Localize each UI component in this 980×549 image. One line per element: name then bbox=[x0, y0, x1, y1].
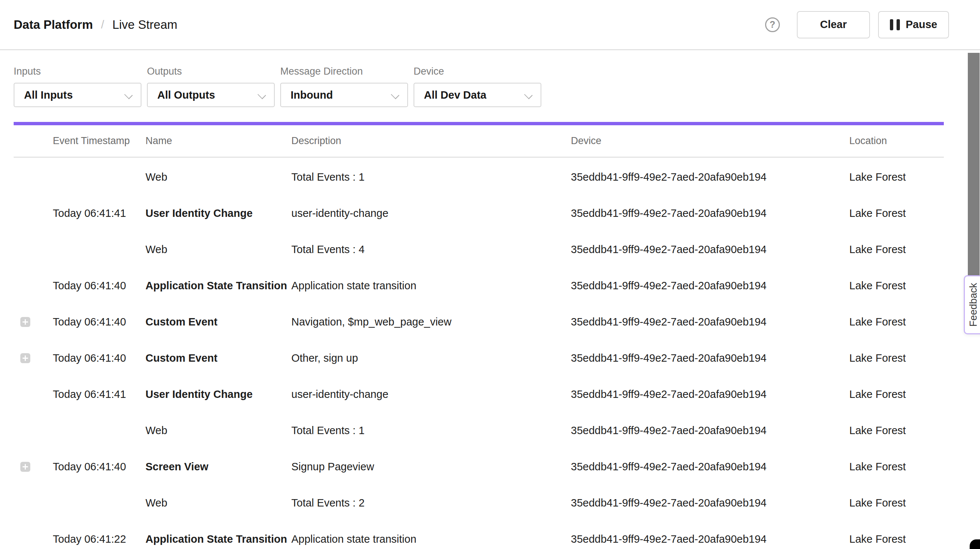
expand-cell bbox=[20, 412, 43, 448]
chevron-down-icon bbox=[125, 92, 132, 98]
expand-cell bbox=[20, 195, 43, 231]
event-location-cell: Lake Forest bbox=[849, 340, 942, 376]
table-row[interactable]: Today 06:41:40 Custom Event Other, sign … bbox=[0, 340, 944, 376]
event-location-cell: Lake Forest bbox=[849, 412, 942, 448]
event-device-cell: 35eddb41-9ff9-49e2-7aed-20afa90eb194 bbox=[571, 159, 846, 195]
help-icon[interactable]: ? bbox=[765, 18, 780, 32]
breadcrumb-section[interactable]: Data Platform bbox=[14, 18, 93, 32]
event-name-cell: User Identity Change bbox=[145, 195, 288, 231]
expand-cell bbox=[20, 304, 43, 340]
event-description-cell: user-identity-change bbox=[291, 376, 566, 412]
clear-button[interactable]: Clear bbox=[797, 11, 870, 38]
event-name-cell: Web bbox=[145, 412, 288, 448]
table-row[interactable]: Today 06:41:40 Application State Transit… bbox=[0, 268, 944, 304]
column-header-name: Name bbox=[145, 125, 172, 156]
event-name-cell: Screen View bbox=[145, 448, 288, 485]
event-device-cell: 35eddb41-9ff9-49e2-7aed-20afa90eb194 bbox=[571, 412, 846, 448]
page-title: Live Stream bbox=[112, 18, 177, 32]
event-description-cell: Total Events : 4 bbox=[291, 231, 566, 268]
vertical-scrollbar-thumb[interactable] bbox=[968, 53, 980, 279]
event-device-cell: 35eddb41-9ff9-49e2-7aed-20afa90eb194 bbox=[571, 268, 846, 304]
filter-message-direction: Message Direction Inbound bbox=[280, 66, 408, 107]
pause-button-label: Pause bbox=[906, 19, 937, 31]
event-name-cell: Web bbox=[145, 485, 288, 521]
event-device-cell: 35eddb41-9ff9-49e2-7aed-20afa90eb194 bbox=[571, 304, 846, 340]
table-row[interactable]: Today 06:41:40 Screen View Signup Pagevi… bbox=[0, 448, 944, 485]
live-stream-page: Data Platform / Live Stream ? Clear Paus… bbox=[0, 0, 980, 549]
expand-cell bbox=[20, 340, 43, 376]
event-device-cell: 35eddb41-9ff9-49e2-7aed-20afa90eb194 bbox=[571, 448, 846, 485]
event-description-cell: Application state transition bbox=[291, 268, 566, 304]
expand-cell bbox=[20, 485, 43, 521]
table-row[interactable]: Web Total Events : 4 35eddb41-9ff9-49e2-… bbox=[0, 231, 944, 268]
table-row[interactable]: Web Total Events : 2 35eddb41-9ff9-49e2-… bbox=[0, 485, 944, 521]
column-header-device: Device bbox=[571, 125, 601, 156]
event-name-cell: Application State Transition bbox=[145, 521, 288, 549]
pause-button[interactable]: Pause bbox=[878, 11, 949, 38]
event-description-cell: Navigation, $mp_web_page_view bbox=[291, 304, 566, 340]
filter-outputs-label: Outputs bbox=[147, 66, 275, 77]
expand-row-button[interactable] bbox=[20, 317, 30, 327]
event-location-cell: Lake Forest bbox=[849, 231, 942, 268]
chevron-down-icon bbox=[525, 92, 532, 98]
event-location-cell: Lake Forest bbox=[849, 521, 942, 549]
expand-cell bbox=[20, 231, 43, 268]
event-timestamp-cell: Today 06:41:41 bbox=[53, 376, 142, 412]
event-name-cell: Application State Transition bbox=[145, 268, 288, 304]
expand-cell bbox=[20, 448, 43, 485]
table-row[interactable]: Web Total Events : 1 35eddb41-9ff9-49e2-… bbox=[0, 412, 944, 448]
chevron-down-icon bbox=[258, 92, 265, 98]
event-timestamp-cell: Today 06:41:40 bbox=[53, 304, 142, 340]
top-bar: Data Platform / Live Stream ? Clear Paus… bbox=[0, 0, 980, 50]
table-row[interactable]: Today 06:41:41 User Identity Change user… bbox=[0, 376, 944, 412]
filter-inputs: Inputs All Inputs bbox=[14, 66, 142, 107]
filter-message-direction-label: Message Direction bbox=[280, 66, 408, 77]
table-row[interactable]: Today 06:41:41 User Identity Change user… bbox=[0, 195, 944, 231]
filter-message-direction-select[interactable]: Inbound bbox=[280, 83, 408, 107]
filter-inputs-label: Inputs bbox=[14, 66, 142, 77]
event-device-cell: 35eddb41-9ff9-49e2-7aed-20afa90eb194 bbox=[571, 376, 846, 412]
expand-row-button[interactable] bbox=[20, 462, 30, 472]
event-location-cell: Lake Forest bbox=[849, 268, 942, 304]
event-timestamp-cell bbox=[53, 485, 142, 521]
event-device-cell: 35eddb41-9ff9-49e2-7aed-20afa90eb194 bbox=[571, 195, 846, 231]
pause-icon bbox=[890, 19, 900, 30]
event-description-cell: Signup Pageview bbox=[291, 448, 566, 485]
filter-device-value: All Dev Data bbox=[424, 89, 486, 101]
filter-inputs-select[interactable]: All Inputs bbox=[14, 83, 142, 107]
filter-outputs-select[interactable]: All Outputs bbox=[147, 83, 275, 107]
table-row[interactable]: Today 06:41:40 Custom Event Navigation, … bbox=[0, 304, 944, 340]
topbar-actions: ? Clear Pause bbox=[765, 0, 949, 49]
filter-outputs-value: All Outputs bbox=[157, 89, 215, 101]
event-location-cell: Lake Forest bbox=[849, 376, 942, 412]
event-timestamp-cell: Today 06:41:41 bbox=[53, 195, 142, 231]
clear-button-label: Clear bbox=[820, 19, 847, 31]
expand-cell bbox=[20, 521, 43, 549]
breadcrumb-separator: / bbox=[101, 18, 105, 31]
filter-device: Device All Dev Data bbox=[414, 66, 541, 107]
expand-row-button[interactable] bbox=[20, 353, 30, 363]
filter-inputs-value: All Inputs bbox=[24, 89, 73, 101]
column-header-event-timestamp: Event Timestamp bbox=[53, 125, 130, 156]
event-description-cell: Total Events : 2 bbox=[291, 485, 566, 521]
expand-cell bbox=[20, 159, 43, 195]
filter-message-direction-value: Inbound bbox=[291, 89, 333, 101]
event-location-cell: Lake Forest bbox=[849, 304, 942, 340]
table-header: Event Timestamp Name Description Device … bbox=[14, 125, 944, 158]
event-device-cell: 35eddb41-9ff9-49e2-7aed-20afa90eb194 bbox=[571, 231, 846, 268]
breadcrumb: Data Platform / Live Stream bbox=[14, 0, 177, 49]
chevron-down-icon bbox=[392, 92, 398, 98]
event-description-cell: Total Events : 1 bbox=[291, 412, 566, 448]
event-timestamp-cell bbox=[53, 412, 142, 448]
filter-device-select[interactable]: All Dev Data bbox=[414, 83, 541, 107]
feedback-tab[interactable]: Feedback bbox=[964, 275, 980, 334]
filter-device-label: Device bbox=[414, 66, 541, 77]
table-row[interactable]: Today 06:41:22 Application State Transit… bbox=[0, 521, 944, 549]
table-row[interactable]: Web Total Events : 1 35eddb41-9ff9-49e2-… bbox=[0, 159, 944, 195]
filter-outputs: Outputs All Outputs bbox=[147, 66, 275, 107]
event-description-cell: Application state transition bbox=[291, 521, 566, 549]
event-timestamp-cell bbox=[53, 159, 142, 195]
expand-cell bbox=[20, 376, 43, 412]
event-location-cell: Lake Forest bbox=[849, 485, 942, 521]
event-description-cell: Total Events : 1 bbox=[291, 159, 566, 195]
